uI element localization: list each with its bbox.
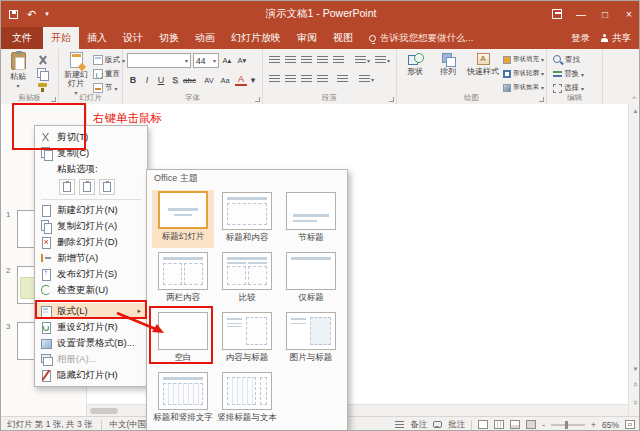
font-dialog-launcher-icon[interactable] — [255, 97, 260, 102]
font-name-combo[interactable]: ▾ — [127, 53, 191, 68]
layout-button[interactable]: 版式 ▾ — [93, 55, 125, 65]
paste-merge-format-icon[interactable] — [79, 179, 95, 195]
drawing-dialog-launcher-icon[interactable] — [539, 97, 544, 102]
previous-slide-icon[interactable]: « — [629, 378, 640, 391]
font-color-dropdown-icon[interactable]: ▾ — [247, 73, 259, 87]
line-spacing-icon[interactable] — [333, 56, 344, 65]
menu-item-copy[interactable]: 复制(C) — [35, 145, 147, 161]
minimize-button[interactable]: — — [569, 1, 593, 27]
tab-view[interactable]: 视图 — [325, 27, 361, 49]
layout-option-picture-caption[interactable]: 图片与标题 — [280, 310, 342, 368]
ribbon-display-options-button[interactable] — [545, 1, 569, 27]
font-color-button[interactable]: A — [235, 74, 247, 86]
align-right-icon[interactable] — [301, 75, 312, 84]
paste-button[interactable]: 粘贴 ▾ — [5, 52, 31, 90]
tab-transitions[interactable]: 切换 — [151, 27, 187, 49]
slideshow-view-icon[interactable] — [526, 420, 536, 429]
align-text-icon[interactable]: ▾ — [375, 56, 390, 65]
grow-font-button[interactable]: A▴ — [221, 53, 233, 67]
bold-button[interactable]: B — [127, 73, 139, 87]
scroll-up-icon[interactable]: ▲ — [629, 104, 640, 117]
menu-item-cut[interactable]: 剪切(T) — [35, 129, 147, 145]
columns-icon[interactable] — [337, 75, 348, 84]
close-button[interactable]: × — [617, 1, 640, 27]
paste-picture-icon[interactable] — [99, 179, 115, 195]
paste-keep-source-icon[interactable] — [59, 179, 75, 195]
text-direction-icon[interactable]: ▾ — [355, 56, 370, 65]
tab-file[interactable]: 文件 — [1, 27, 43, 49]
zoom-slider-thumb[interactable] — [565, 421, 568, 429]
decrease-indent-icon[interactable] — [301, 56, 312, 65]
align-left-icon[interactable] — [269, 75, 280, 84]
slide-sorter-view-icon[interactable] — [494, 420, 504, 429]
layout-option-comparison[interactable]: 比较 — [216, 250, 278, 308]
zoom-slider[interactable] — [551, 424, 585, 426]
layout-option-vertical-title-text[interactable]: 竖排标题与文本 — [216, 370, 278, 428]
menu-item-hide-slide[interactable]: 隐藏幻灯片(H) — [35, 367, 147, 383]
layout-option-title-slide[interactable]: 标题幻灯片 — [152, 190, 214, 248]
align-center-icon[interactable] — [285, 75, 296, 84]
change-case-button[interactable]: Aa — [219, 73, 231, 87]
strikethrough-button[interactable]: abc — [183, 73, 196, 87]
select-button[interactable]: 选择 ▾ — [553, 83, 584, 93]
sign-in-link[interactable]: 登录 — [571, 32, 590, 45]
layout-option-title-vertical-text[interactable]: 标题和竖排文字 — [152, 370, 214, 428]
menu-item-format-background[interactable]: 设置背景格式(B)... — [35, 335, 147, 351]
vertical-scrollbar[interactable]: ▲ ▼ « » — [628, 104, 640, 416]
comments-icon[interactable] — [433, 421, 442, 428]
underline-button[interactable]: U — [155, 73, 167, 87]
fit-to-window-icon[interactable] — [625, 420, 635, 429]
maximize-button[interactable]: □ — [593, 1, 617, 27]
tab-home[interactable]: 开始 — [43, 27, 79, 49]
comments-toggle[interactable]: 批注 — [448, 419, 465, 431]
menu-item-delete-slide[interactable]: 删除幻灯片(D) — [35, 234, 147, 250]
layout-option-title-only[interactable]: 仅标题 — [280, 250, 342, 308]
shape-outline-button[interactable]: 形状轮廓 ▾ — [503, 69, 544, 78]
share-button[interactable]: 共享 — [600, 32, 631, 45]
section-button[interactable]: 节 ▾ — [93, 83, 118, 93]
next-slide-icon[interactable]: » — [629, 396, 640, 409]
find-button[interactable]: 查找 — [553, 55, 580, 65]
menu-item-check-updates[interactable]: 检查更新(U) — [35, 282, 147, 298]
menu-item-layout[interactable]: 版式(L)▸ — [35, 303, 147, 319]
normal-view-icon[interactable] — [478, 420, 488, 429]
layout-option-content-caption[interactable]: 内容与标题 — [216, 310, 278, 368]
notes-icon[interactable] — [395, 421, 404, 429]
shrink-font-button[interactable]: A▾ — [236, 53, 248, 67]
font-size-combo[interactable]: 44 ▾ — [193, 53, 219, 68]
reset-button[interactable]: 重置 — [93, 69, 120, 79]
layout-option-section-header[interactable]: 节标题 — [280, 190, 342, 248]
scroll-down-icon[interactable]: ▼ — [629, 362, 640, 375]
shapes-button[interactable]: 形状 — [399, 53, 431, 76]
new-slide-button[interactable]: 新建幻灯片 ▾ — [61, 52, 91, 97]
shape-fill-button[interactable]: 形状填充 ▾ — [503, 55, 544, 64]
menu-item-publish-slides[interactable]: 发布幻灯片(S) — [35, 266, 147, 282]
smartart-convert-icon[interactable]: ▾ — [359, 75, 374, 84]
replace-button[interactable]: 替换 ▾ — [553, 69, 584, 79]
text-shadow-button[interactable]: S — [169, 73, 181, 87]
character-spacing-button[interactable]: AV — [203, 73, 215, 87]
tab-review[interactable]: 审阅 — [289, 27, 325, 49]
notes-toggle[interactable]: 备注 — [410, 419, 427, 431]
tab-design[interactable]: 设计 — [115, 27, 151, 49]
tab-animations[interactable]: 动画 — [187, 27, 223, 49]
zoom-out-icon[interactable]: - — [542, 420, 545, 430]
language-indicator[interactable]: 中文(中国) — [110, 419, 150, 431]
justify-icon[interactable] — [317, 75, 328, 84]
menu-item-add-section[interactable]: 新增节(A) — [35, 250, 147, 266]
menu-item-duplicate-slide[interactable]: 复制幻灯片(A) — [35, 218, 147, 234]
clipboard-dialog-launcher-icon[interactable] — [51, 97, 56, 102]
numbering-icon[interactable] — [285, 56, 296, 65]
increase-indent-icon[interactable] — [317, 56, 328, 65]
italic-button[interactable]: I — [141, 73, 153, 87]
shape-effects-button[interactable]: 形状效果 ▾ — [503, 83, 544, 92]
menu-item-new-slide[interactable]: 新建幻灯片(N) — [35, 202, 147, 218]
menu-item-reset-slide[interactable]: 重设幻灯片(R) — [35, 319, 147, 335]
bullets-icon[interactable] — [269, 56, 280, 65]
zoom-level[interactable]: 65% — [602, 420, 619, 430]
quick-styles-button[interactable]: A 快速样式 — [465, 53, 501, 76]
tell-me-box[interactable]: 告诉我您想要做什么... — [361, 27, 481, 49]
arrange-button[interactable]: 排列 — [433, 53, 463, 76]
reading-view-icon[interactable] — [510, 420, 520, 429]
layout-option-blank[interactable]: 空白 — [152, 310, 214, 368]
